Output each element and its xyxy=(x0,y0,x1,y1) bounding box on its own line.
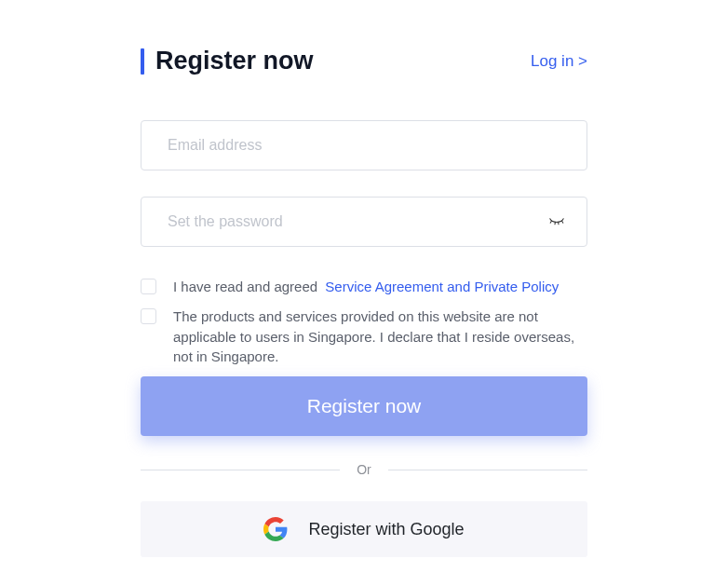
divider-line-right xyxy=(388,470,587,470)
title-wrap: Register now xyxy=(141,47,314,75)
or-divider: Or xyxy=(141,462,587,477)
agreement-checkbox[interactable] xyxy=(141,279,156,294)
or-text: Or xyxy=(340,462,388,477)
google-icon xyxy=(263,517,288,541)
eye-closed-icon[interactable] xyxy=(548,216,565,227)
title-accent-bar xyxy=(141,48,144,75)
form-header: Register now Log in > xyxy=(141,47,587,75)
google-button-label: Register with Google xyxy=(308,520,464,539)
svg-line-3 xyxy=(562,221,563,223)
singapore-row: The products and services provided on th… xyxy=(141,307,587,367)
google-register-button[interactable]: Register with Google xyxy=(141,501,587,557)
email-field[interactable] xyxy=(141,120,587,170)
login-link[interactable]: Log in > xyxy=(531,52,587,71)
agreement-prefix: I have read and agreed xyxy=(173,279,317,294)
singapore-checkbox[interactable] xyxy=(141,308,156,324)
agreement-row: I have read and agreed Service Agreement… xyxy=(141,277,587,297)
agreement-label: I have read and agreed Service Agreement… xyxy=(173,277,559,297)
register-button[interactable]: Register now xyxy=(141,376,587,436)
page-title: Register now xyxy=(155,47,314,75)
agreement-policy-link[interactable]: Service Agreement and Private Policy xyxy=(325,279,559,294)
password-wrap xyxy=(141,197,587,247)
singapore-label: The products and services provided on th… xyxy=(173,307,587,367)
divider-line-left xyxy=(141,470,340,470)
svg-line-0 xyxy=(550,221,551,223)
password-field[interactable] xyxy=(141,197,587,247)
register-form: Register now Log in > I have read and ag… xyxy=(141,47,587,586)
